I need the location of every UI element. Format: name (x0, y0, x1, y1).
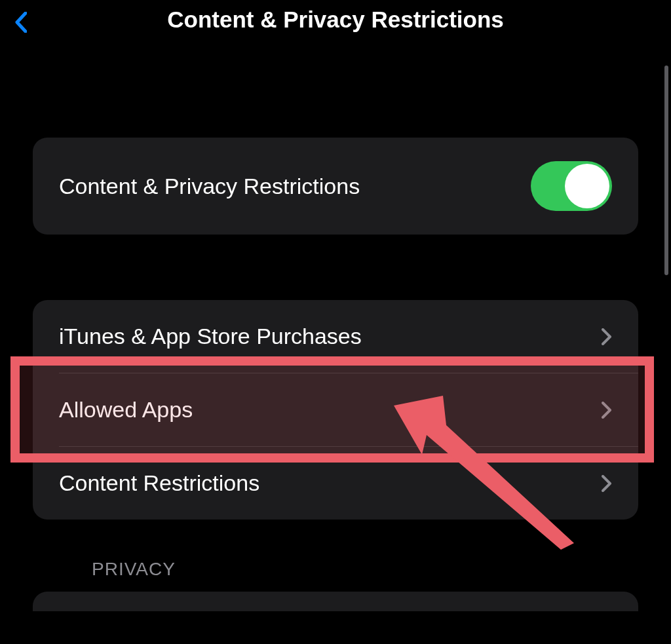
row-content-privacy-toggle[interactable]: Content & Privacy Restrictions (33, 138, 638, 235)
chevron-left-icon (15, 12, 27, 33)
content-privacy-toggle[interactable] (531, 161, 612, 211)
section-navigation: iTunes & App Store Purchases Allowed App… (33, 300, 638, 520)
row-label: Allowed Apps (59, 397, 193, 423)
toggle-label: Content & Privacy Restrictions (59, 174, 360, 199)
scrollbar[interactable] (664, 66, 668, 275)
row-label: iTunes & App Store Purchases (59, 324, 362, 349)
row-allowed-apps[interactable]: Allowed Apps (33, 373, 638, 446)
toggle-knob (565, 164, 609, 208)
chevron-right-icon (602, 328, 612, 345)
row-label: Content Restrictions (59, 470, 259, 496)
row-itunes-purchases[interactable]: iTunes & App Store Purchases (33, 300, 638, 373)
page-title: Content & Privacy Restrictions (0, 7, 671, 33)
header: Content & Privacy Restrictions (0, 0, 671, 46)
row-content-restrictions[interactable]: Content Restrictions (33, 447, 638, 520)
content: Content & Privacy Restrictions iTunes & … (0, 46, 671, 580)
chevron-right-icon (602, 475, 612, 492)
section-privacy (33, 592, 638, 611)
section-header-privacy: PRIVACY (92, 559, 638, 580)
chevron-right-icon (602, 402, 612, 419)
section-toggle: Content & Privacy Restrictions (33, 138, 638, 235)
back-button[interactable] (10, 9, 31, 35)
